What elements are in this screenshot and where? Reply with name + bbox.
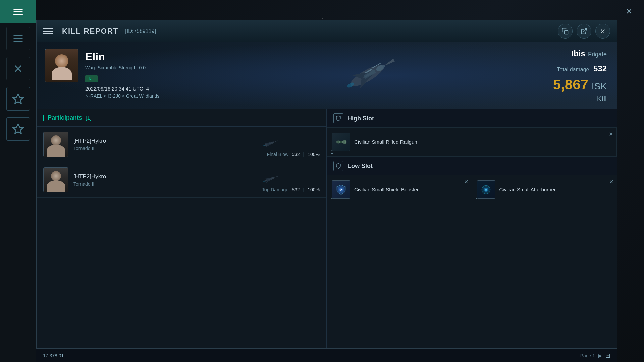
high-slot-icon xyxy=(333,113,343,123)
svg-rect-34 xyxy=(345,141,346,143)
participant-item[interactable]: [HTP2]Hykro Tornado II xyxy=(37,127,326,162)
isk-label: ISK xyxy=(592,81,607,92)
participant-stats-1: Final Blow 532 | 100% xyxy=(267,152,320,157)
ship-name: Ibis xyxy=(572,49,585,58)
hamburger-icon xyxy=(13,9,23,15)
total-damage-value: 532 xyxy=(593,64,607,73)
sidebar-menu-button[interactable] xyxy=(0,0,36,23)
participants-header: Participants [1] xyxy=(37,109,326,127)
module-close-railgun[interactable]: ✕ xyxy=(609,131,613,137)
module-name-shield: Civilian Small Shield Booster xyxy=(354,186,419,193)
low-slot-title: Low Slot xyxy=(347,163,373,170)
stat-label-1: Final Blow xyxy=(267,152,289,157)
participants-title: Participants xyxy=(48,114,82,121)
participant-face-2 xyxy=(44,168,68,192)
svg-rect-32 xyxy=(337,140,339,143)
participant-ship-img-2 xyxy=(259,172,283,188)
pagination: Page 1 ▶ ⊟ xyxy=(580,352,610,359)
svg-point-33 xyxy=(340,141,342,143)
victim-warp-scramble: Warp Scramble Strength: 0.0 xyxy=(85,65,159,70)
victim-info: Elin Warp Scramble Strength: 0.0 Kill 20… xyxy=(37,42,168,109)
svg-marker-26 xyxy=(274,176,278,178)
stat-damage-2: 532 xyxy=(292,187,300,192)
victim-face xyxy=(45,49,78,82)
title-action-buttons xyxy=(558,24,610,39)
victim-details: Elin Warp Scramble Strength: 0.0 Kill 20… xyxy=(85,49,159,99)
sidebar-item-close[interactable] xyxy=(6,57,30,80)
participant-avatar-1 xyxy=(43,132,68,157)
module-icon-shield xyxy=(332,180,350,199)
svg-point-40 xyxy=(485,189,487,190)
bottom-bar: 17,378.01 Page 1 ▶ ⊟ xyxy=(36,349,617,362)
copy-button[interactable] xyxy=(558,24,573,39)
victim-avatar xyxy=(45,49,78,82)
module-item-shield[interactable]: 1 Civilian Small Shield Booster ✕ xyxy=(327,175,472,204)
module-count-afterburner: 1 xyxy=(476,197,478,202)
kill-header: Elin Warp Scramble Strength: 0.0 Kill 20… xyxy=(37,42,617,109)
sidebar-item-star2[interactable] xyxy=(6,117,30,141)
module-icon-railgun xyxy=(332,133,350,151)
window-close-button[interactable]: ✕ xyxy=(622,5,636,18)
participants-panel: Participants [1] [HTP2]Hykro Tornado II xyxy=(37,109,327,348)
low-slot-section: Low Slot 1 C xyxy=(327,157,617,204)
svg-marker-6 xyxy=(13,124,23,134)
module-count-shield: 1 xyxy=(331,197,333,202)
participants-count: [1] xyxy=(86,115,92,121)
bottom-isk-value: 17,378.01 xyxy=(43,353,64,358)
ship-info-right: Ibis Frigate Total damage: 532 5,867 ISK… xyxy=(553,49,607,103)
kill-type: Kill xyxy=(597,95,607,103)
participant-avatar-2 xyxy=(43,167,68,192)
title-menu-button[interactable] xyxy=(43,25,55,37)
high-slot-section: High Slot 1 xyxy=(327,109,617,157)
victim-name: Elin xyxy=(85,51,159,63)
content-area: Participants [1] [HTP2]Hykro Tornado II xyxy=(37,109,617,348)
high-slot-modules: 1 Civilian Small Rifled Railgun ✕ xyxy=(327,128,617,157)
module-name-afterburner: Civilian Small Afterburner xyxy=(499,186,556,193)
pagination-page: Page 1 xyxy=(580,353,595,358)
svg-marker-21 xyxy=(274,140,278,142)
svg-rect-7 xyxy=(565,30,568,34)
filter-button[interactable]: ⊟ xyxy=(605,352,610,359)
kill-badge: Kill xyxy=(85,75,98,82)
module-icon-afterburner xyxy=(477,180,495,199)
title-close-button[interactable] xyxy=(595,24,610,39)
left-sidebar xyxy=(0,0,36,362)
participant-stats-2: Top Damage 532 | 100% xyxy=(262,187,320,192)
low-slot-modules: 1 Civilian Small Shield Booster ✕ xyxy=(327,175,617,204)
module-item-railgun[interactable]: 1 Civilian Small Rifled Railgun ✕ xyxy=(327,128,617,157)
high-slot-header: High Slot xyxy=(327,109,617,128)
stat-percent-2: 100% xyxy=(308,187,320,192)
module-item-afterburner[interactable]: 1 Civilian Sm xyxy=(472,175,617,204)
kill-datetime: 2022/09/16 20:34:41 UTC -4 xyxy=(85,86,159,92)
participant-face-1 xyxy=(44,132,68,157)
stat-separator-1: | xyxy=(303,152,305,157)
participant-list: [HTP2]Hykro Tornado II xyxy=(37,127,326,348)
window-id: [ID:7589119] xyxy=(125,28,156,34)
kill-location: N-RAEL < I3-2J0 < Great Wildlands xyxy=(85,93,159,99)
module-close-afterburner[interactable]: ✕ xyxy=(609,179,613,185)
high-slot-title: High Slot xyxy=(347,115,374,122)
header-accent xyxy=(43,115,44,121)
module-count-railgun: 1 xyxy=(331,149,333,155)
stat-percent-1: 100% xyxy=(308,152,320,157)
total-damage-label: Total damage: xyxy=(557,67,591,73)
sidebar-item-star1[interactable] xyxy=(6,87,30,111)
svg-marker-5 xyxy=(13,94,23,104)
svg-line-8 xyxy=(583,28,586,32)
stat-separator-2: | xyxy=(303,187,305,192)
participant-item-2[interactable]: [HTP2]Hykro Tornado II xyxy=(37,162,326,198)
stat-label-2: Top Damage xyxy=(262,187,288,192)
stat-damage-1: 532 xyxy=(292,152,300,157)
module-close-shield[interactable]: ✕ xyxy=(464,179,468,185)
low-slot-icon xyxy=(333,161,343,171)
low-slot-header: Low Slot xyxy=(327,157,617,175)
module-name-railgun: Civilian Small Rifled Railgun xyxy=(354,138,417,145)
window-title: KILL REPORT xyxy=(62,27,118,36)
sidebar-item-menu[interactable] xyxy=(6,27,30,50)
pagination-next[interactable]: ▶ xyxy=(598,353,602,358)
share-button[interactable] xyxy=(577,24,591,39)
main-window: KILL REPORT [ID:7589119] xyxy=(36,20,617,349)
participant-ship-img-1 xyxy=(259,136,283,153)
ship-class: Frigate xyxy=(588,51,607,58)
isk-value: 5,867 xyxy=(553,77,588,93)
